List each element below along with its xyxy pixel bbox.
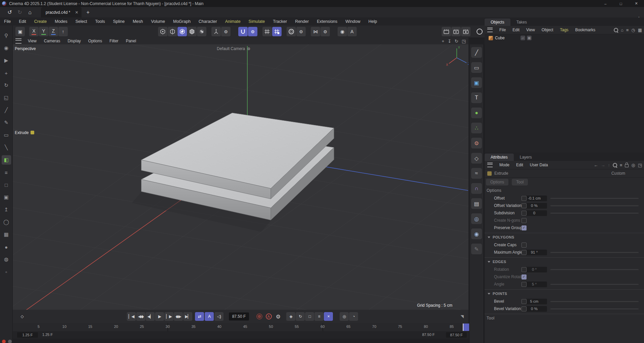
render-settings-button[interactable] <box>461 27 470 36</box>
Extensions[interactable]: Extensions <box>313 19 341 24</box>
range-end-field[interactable]: 87.50 F <box>446 332 467 338</box>
sound-toggle-icon[interactable]: ◁) <box>214 312 224 321</box>
field-tool[interactable]: ≈ <box>471 168 482 179</box>
object-row-cube[interactable]: Cube ▱ ▦ <box>485 34 644 42</box>
bevel-variation-row[interactable]: Bevel Variation 0 % <box>485 305 644 312</box>
Window[interactable]: Window <box>341 19 364 24</box>
document-tab-close-icon[interactable]: ✕ <box>75 10 78 15</box>
checkbox[interactable] <box>522 267 527 272</box>
Simulate[interactable]: Simulate <box>245 19 269 24</box>
key-rotation-icon[interactable]: ↻ <box>296 312 305 321</box>
offset-variation-row[interactable]: Offset Variation 0 % <box>485 202 644 209</box>
render-view-button[interactable] <box>442 27 451 36</box>
layers-tool[interactable]: ≡ <box>2 168 11 177</box>
attributes-lock-icon[interactable] <box>625 164 629 167</box>
rectangle-tool[interactable]: ▭ <box>2 130 11 140</box>
pen-tool[interactable]: ╱ <box>2 105 11 115</box>
checkbox[interactable] <box>522 282 527 287</box>
viewport-menu-icon[interactable] <box>15 38 21 44</box>
subdivision-row[interactable]: Subdivision 0 <box>485 209 644 217</box>
slider-track[interactable] <box>550 269 639 270</box>
minimize-button[interactable]: – <box>598 0 613 7</box>
objects-menu-bookmarks[interactable]: Bookmarks <box>572 28 599 32</box>
objects-menu-icon[interactable] <box>487 28 493 32</box>
Render[interactable]: Render <box>291 19 313 24</box>
export-tool[interactable]: ↥ <box>2 205 11 214</box>
Character[interactable]: Character <box>195 19 221 24</box>
tab-attributes[interactable]: Attributes <box>485 154 514 161</box>
close-button[interactable]: ✕ <box>629 0 644 7</box>
attributes-menu-userdata[interactable]: User Data <box>527 163 551 167</box>
quantize-rotation-row[interactable]: Quantize Rotation <box>485 273 644 281</box>
camera-tool[interactable]: ◎ <box>471 213 482 224</box>
Spline[interactable]: Spline <box>109 19 129 24</box>
attributes-forward-icon[interactable]: → <box>601 163 605 168</box>
bevel-row[interactable]: Bevel 5 cm <box>485 298 644 305</box>
autokey-button[interactable]: A <box>264 312 273 321</box>
viewport-menu-view[interactable]: View <box>24 39 40 43</box>
attributes-menu-icon[interactable] <box>487 163 493 167</box>
render-picture-viewer-button[interactable] <box>451 27 461 36</box>
frame-tool[interactable]: ▣ <box>2 192 11 202</box>
mograph-cloner-tool[interactable]: ∴ <box>471 123 482 133</box>
attributes-back-icon[interactable]: ← <box>594 163 598 168</box>
objects-filter-icon[interactable]: ≡ <box>626 28 629 33</box>
angle-row[interactable]: Angle 5 ° <box>485 281 644 288</box>
viewport-solo-icon[interactable]: ◉ <box>338 27 347 36</box>
points-mode-button[interactable] <box>158 27 167 36</box>
viewport-menu-filter[interactable]: Filter <box>106 39 122 43</box>
keyframe-selection-icon[interactable]: ◎ <box>340 312 349 321</box>
Select[interactable]: Select <box>71 19 91 24</box>
create-caps-row[interactable]: Create Caps <box>485 241 644 249</box>
goto-prev-frame-button[interactable]: ◀▏ <box>146 312 155 321</box>
cube-object-label[interactable]: Cube <box>495 36 505 40</box>
MoGraph[interactable]: MoGraph <box>169 19 195 24</box>
detail-tool[interactable]: ▫ <box>2 267 11 276</box>
timeline-ruler[interactable]: 510152025303540455055606570758085 <box>13 323 468 332</box>
axis-gizmo[interactable]: Y X Z <box>446 46 468 67</box>
range-start-field[interactable]: 1.25 F <box>17 332 38 338</box>
keying-settings-gear-icon[interactable]: ⚙ <box>274 312 283 321</box>
annotate-tool[interactable]: ✎ <box>471 244 482 254</box>
slider-track[interactable] <box>550 301 639 302</box>
camera-swap-icon[interactable]: ⊕ <box>247 46 250 51</box>
goto-prev-key-button[interactable]: ◀◆ <box>136 312 145 321</box>
rotate-tool[interactable]: ↻ <box>2 81 11 90</box>
offset-row[interactable]: Offset -0.1 cm <box>485 195 644 202</box>
timeline-expand-icon[interactable]: ◥ <box>457 312 466 321</box>
objects-menu-edit[interactable]: Edit <box>509 28 523 32</box>
attributes-target-icon[interactable]: ◎ <box>631 163 635 168</box>
simulation-tool[interactable]: ⚙ <box>471 138 482 148</box>
objects-menu-object[interactable]: Object <box>538 28 557 32</box>
projection-label[interactable]: Perspective <box>15 46 36 51</box>
viewport-menu-options[interactable]: Options <box>85 39 106 43</box>
stage-tool[interactable]: ▤ <box>471 198 482 209</box>
zoom-tool[interactable]: ⚲ <box>2 31 11 40</box>
keyframe-mode-icon[interactable]: ◔ <box>349 312 358 321</box>
goto-next-key-button[interactable]: ◆▶ <box>174 312 183 321</box>
interactive-render-region-button[interactable] <box>475 27 484 36</box>
tab-takes[interactable]: Takes <box>510 18 533 26</box>
section-tool-header[interactable]: Tool <box>485 314 644 322</box>
new-document-tab-button[interactable]: + <box>86 9 89 15</box>
current-frame-field[interactable]: 87.50 F <box>229 312 249 320</box>
goto-next-frame-button[interactable]: ▏▶ <box>164 312 174 321</box>
checkbox[interactable] <box>522 218 527 223</box>
viewport-scene[interactable]: Y X Z <box>13 44 468 310</box>
viewport-menu-cameras[interactable]: Cameras <box>40 39 64 43</box>
y-axis-lock-button[interactable]: Y <box>39 27 48 36</box>
checkbox[interactable] <box>522 306 527 311</box>
object-tag-icon-2[interactable]: ▦ <box>527 36 532 40</box>
symmetry-icon[interactable]: ⋈ <box>311 27 320 36</box>
scale-tool[interactable]: ◱ <box>2 93 11 102</box>
tab-objects[interactable]: Objects <box>485 18 510 26</box>
snap-settings-gear-icon[interactable]: ⚙ <box>248 27 257 36</box>
Help[interactable]: Help <box>364 19 381 24</box>
options-tab-button[interactable]: Options <box>486 179 508 185</box>
slider-track[interactable] <box>550 308 639 309</box>
Volume[interactable]: Volume <box>147 19 169 24</box>
objects-grid-icon[interactable]: ▦ <box>638 28 642 33</box>
create-ngons-row[interactable]: Create N-gons <box>485 217 644 224</box>
slider-track[interactable] <box>550 252 639 253</box>
section-options-header[interactable]: Options <box>485 186 644 195</box>
